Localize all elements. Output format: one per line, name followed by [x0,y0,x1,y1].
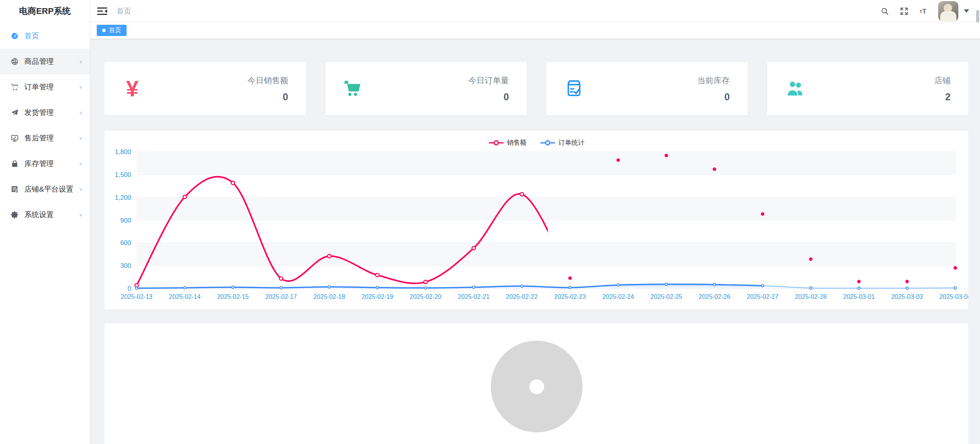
top-navbar: 首页 T T [90,0,980,22]
stat-value: 2 [934,91,951,103]
sidebar-item-label: 售后管理 [24,133,54,143]
stat-card-3[interactable]: 店铺2 [767,62,969,115]
sales-data-point[interactable] [183,195,187,199]
sidebar-item-6[interactable]: 店铺&平台设置∨ [0,177,90,202]
y-axis-label: 900 [120,217,131,224]
sales-data-point[interactable] [857,280,861,283]
system-settings-gear-icon [10,211,19,219]
sales-data-point[interactable] [520,192,524,196]
legend-item-0[interactable]: 销售额 [488,138,527,147]
y-axis-label: 300 [120,262,131,269]
stat-card-0[interactable]: ¥今日销售额0 [105,62,306,115]
user-avatar[interactable] [938,1,958,21]
sidebar-item-1[interactable]: 商品管理∨ [0,49,90,74]
x-axis-label: 2025-03-03 [891,293,923,300]
sales-data-point[interactable] [231,181,235,185]
legend-label: 订单统计 [559,138,585,147]
sales-data-point[interactable] [617,158,620,162]
orders-data-point[interactable] [858,287,860,289]
sales-line [137,177,570,285]
fullscreen-icon[interactable] [899,7,909,16]
goods-globe-icon [10,57,19,66]
sales-orders-chart-panel: 销售额订单统计 03006009001,2001,5001,8002025-02… [105,130,968,310]
pie-chart-hole [529,379,544,394]
x-axis-label: 2025-02-28 [795,293,827,300]
sidebar-collapse-icon[interactable] [97,7,108,16]
pie-chart-panel [105,323,968,444]
sales-data-point[interactable] [279,277,283,280]
chevron-down-icon: ∨ [79,136,83,141]
x-axis-label: 2025-02-13 [121,293,152,300]
stat-text: 店铺2 [934,75,951,103]
orders-data-point[interactable] [183,286,186,289]
sales-data-point[interactable] [761,212,764,216]
dashboard-icon [10,32,19,40]
orders-data-point[interactable] [280,286,282,289]
font-size-icon[interactable]: T T [919,7,928,16]
stat-label: 今日订单量 [468,75,509,86]
orders-data-point[interactable] [424,287,427,289]
orders-data-point[interactable] [232,286,234,288]
orders-data-point[interactable] [713,283,716,286]
shipping-send-icon [10,108,19,117]
sales-data-point[interactable] [424,280,427,284]
stat-card-2[interactable]: 当前库存0 [546,62,748,115]
orders-data-point[interactable] [954,287,956,289]
chevron-down-icon: ∨ [79,59,83,64]
legend-item-1[interactable]: 订单统计 [540,138,585,147]
sales-data-point[interactable] [327,254,331,258]
stat-text: 当前库存0 [697,75,730,103]
y-axis-label: 1,200 [115,194,131,201]
sales-data-point[interactable] [376,273,379,277]
sidebar-item-7[interactable]: 系统设置∨ [0,202,90,228]
tag-label: 首页 [109,26,121,34]
sales-data-point[interactable] [954,266,957,270]
orders-data-point[interactable] [376,286,379,289]
sidebar-item-2[interactable]: 订单管理∨ [0,74,90,100]
stat-label: 店铺 [934,75,951,86]
page-scrollbar-thumb[interactable] [976,10,979,22]
orders-data-point[interactable] [473,286,475,288]
x-axis-label: 2025-02-20 [410,293,442,300]
sidebar-menu: 首页商品管理∨订单管理∨发货管理∨售后管理∨库存管理∨店铺&平台设置∨系统设置∨ [0,23,90,228]
breadcrumb[interactable]: 首页 [117,6,131,16]
orders-data-point[interactable] [617,284,619,286]
sidebar-item-4[interactable]: 售后管理∨ [0,125,90,151]
sales-data-point[interactable] [809,257,812,261]
orders-data-point[interactable] [665,283,667,285]
stat-label: 当前库存 [697,75,730,86]
orders-data-point[interactable] [761,285,764,287]
empty-pie-chart [491,341,583,432]
sales-data-point[interactable] [568,276,572,280]
stat-text: 今日销售额0 [248,75,288,103]
split-area-band [137,152,956,175]
orders-data-point[interactable] [521,285,523,287]
caret-down-icon[interactable] [964,9,969,13]
orders-data-point[interactable] [569,286,571,289]
sales-data-point[interactable] [665,154,668,157]
sales-data-point[interactable] [713,168,716,171]
tag-home[interactable]: 首页 [97,25,127,36]
x-axis-label: 2025-02-25 [651,293,682,300]
stat-card-1[interactable]: 今日订单量0 [326,62,527,115]
orders-data-point[interactable] [810,287,812,289]
inventory-lock-icon [10,159,19,168]
sidebar-item-5[interactable]: 库存管理∨ [0,151,90,177]
orders-cart-icon [10,83,19,91]
sales-data-point[interactable] [905,280,909,283]
stat-value: 0 [248,91,288,103]
search-icon[interactable] [880,7,889,16]
chevron-down-icon: ∨ [79,213,83,218]
sidebar-item-label: 店铺&平台设置 [24,184,74,194]
orders-data-point[interactable] [328,286,330,288]
active-tag-dot [102,29,106,32]
sidebar-item-3[interactable]: 发货管理∨ [0,100,90,125]
chevron-down-icon: ∨ [79,187,83,192]
split-area-band [137,243,956,266]
sales-data-point[interactable] [472,247,475,250]
orders-data-point[interactable] [906,287,908,289]
inventory-box-icon [562,77,586,100]
sales-data-point[interactable] [135,284,139,287]
orders-data-point[interactable] [135,287,138,289]
sidebar-item-0[interactable]: 首页 [0,23,90,49]
